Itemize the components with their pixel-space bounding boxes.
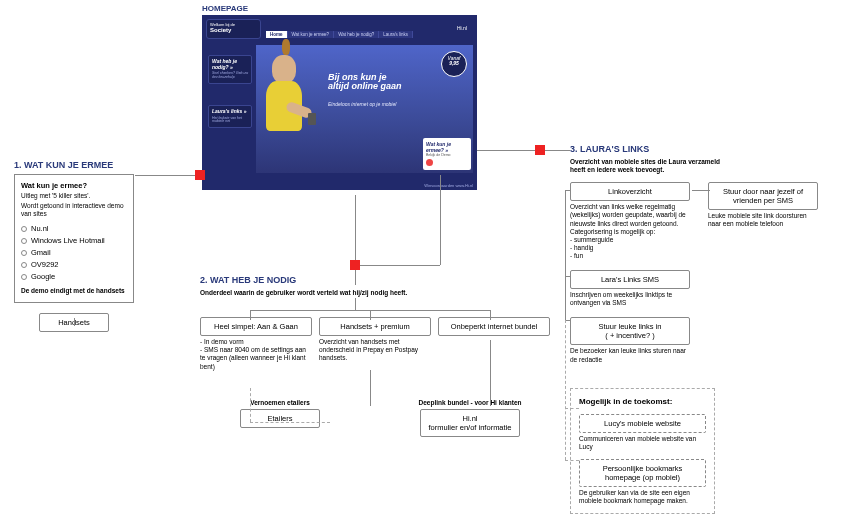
logo[interactable]: Welkom bij de Society (206, 19, 261, 39)
connector-node (350, 260, 360, 270)
connector (74, 318, 75, 326)
connector (370, 370, 371, 406)
popup-sub: Bekijk de Demo (426, 153, 468, 157)
homepage-mockup: Welkom bij de Society Home Wat kun je er… (202, 15, 477, 190)
connector (565, 276, 571, 277)
connector (250, 388, 251, 422)
sidebox-laura[interactable]: Laura's links » Het leukste van het mobi… (208, 105, 252, 128)
price-badge: Vanaf 9,95 (441, 51, 467, 77)
sub-left-label: Vernoemen etailers (225, 399, 335, 406)
radio-icon (21, 262, 27, 268)
sec1-list: Nu.nl Windows Live Hotmail Gmail OV9292 … (21, 224, 127, 281)
list-item[interactable]: Nu.nl (21, 224, 127, 233)
future2-desc: De gebruiker kan via de site een eigen m… (579, 489, 706, 505)
sec3-sub: Overzicht van mobiele sites die Laura ve… (570, 158, 730, 174)
section-1: 1. WAT KUN JE ERMEE Wat kun je ermee? Ui… (14, 160, 134, 332)
connector (565, 320, 566, 460)
list-item[interactable]: Gmail (21, 248, 127, 257)
section-2-title: 2. WAT HEB JE NODIG (200, 275, 550, 285)
sec2-sub: Onderdeel waarin de gebruiker wordt vert… (200, 289, 420, 297)
hero-text: Bij ons kun je altijd online gaan (328, 73, 402, 92)
sec2-col3: Onbeperkt internet bundel (438, 317, 550, 371)
nav-wat-heb[interactable]: Wat heb je nodig? (334, 31, 379, 38)
homepage-label: HOMEPAGE (202, 4, 477, 13)
sidebox1-title: Wat heb je nodig? » (212, 59, 248, 70)
list-item[interactable]: OV9292 (21, 260, 127, 269)
col1-box[interactable]: Heel simpel: Aan & Gaan (200, 317, 312, 336)
homepage-header: Welkom bij de Society Home Wat kun je er… (206, 19, 473, 43)
homepage-footer: Winvoorwaarden www.Hi.nl (424, 183, 473, 188)
sec1-ending: De demo eindigt met de handsets (21, 287, 127, 295)
item-label: Gmail (31, 248, 51, 257)
connector (250, 422, 330, 423)
section-1-title: 1. WAT KUN JE ERMEE (14, 160, 134, 170)
stuur-links-box[interactable]: Stuur leuke links in ( + incentive? ) (570, 317, 690, 345)
connector (360, 265, 440, 266)
connector (545, 150, 570, 151)
connector (490, 310, 491, 320)
future1-desc: Communiceren van mobiele website van Luc… (579, 435, 706, 451)
sidebox2-sub: Het leukste van het mobiele net (212, 117, 248, 125)
sec1-heading: Wat kun je ermee? (21, 181, 127, 190)
connector (565, 408, 579, 409)
linkoverzicht-box[interactable]: Linkoverzicht (570, 182, 690, 201)
connector (477, 150, 535, 151)
col2-box[interactable]: Handsets + premium (319, 317, 431, 336)
popup-wat-kun[interactable]: Wat kun je ermee? » Bekijk de Demo (423, 138, 471, 170)
lucy-box[interactable]: Lucy's mobiele website (579, 414, 706, 433)
hi-nl-link[interactable]: Hi.nl (457, 25, 467, 31)
connector (565, 460, 579, 461)
connector-node (195, 170, 205, 180)
col2-desc: Overzicht van handsets met onderscheid i… (319, 338, 431, 362)
homepage-nav: Home Wat kun je ermee? Wat heb je nodig?… (266, 31, 413, 38)
box2-desc: Inschrijven om weekelijks linktips te on… (570, 291, 690, 307)
nav-wat-kun[interactable]: Wat kun je ermee? (288, 31, 335, 38)
connector (355, 195, 356, 260)
connector-node (535, 145, 545, 155)
radio-icon (21, 250, 27, 256)
hero-sub: Eindeloos internet op je mobiel (328, 101, 396, 107)
connector (565, 190, 566, 320)
connector (440, 175, 441, 265)
section-3-title: 3. LAURA'S LINKS (570, 144, 840, 154)
bookmarks-box[interactable]: Persoonlijke bookmarks homepage (op mobi… (579, 459, 706, 487)
sec2-sub-right: Deeplink bundel - voor Hi klanten Hi.nl … (415, 399, 525, 437)
stuur-door-box[interactable]: Stuur door naar jezelf of vrienden per S… (708, 182, 818, 210)
radio-icon (21, 238, 27, 244)
col1-desc: - In demo vorm - SMS naar 8040 om de set… (200, 338, 312, 371)
connector (370, 310, 371, 320)
future-title: Mogelijk in de toekomst: (579, 397, 706, 406)
sidebox2-title: Laura's links » (212, 109, 248, 115)
col3-box[interactable]: Onbeperkt internet bundel (438, 317, 550, 336)
section-2: 2. WAT HEB JE NODIG Onderdeel waarin de … (200, 275, 550, 437)
sidebox-wat-heb[interactable]: Wat heb je nodig? » Snel checken? Geb uw… (208, 55, 252, 84)
radio-icon (21, 274, 27, 280)
list-item[interactable]: Google (21, 272, 127, 281)
sec2-col2: Handsets + premium Overzicht van handset… (319, 317, 431, 371)
list-item[interactable]: Windows Live Hotmail (21, 236, 127, 245)
sec3-left: Linkoverzicht Overzicht van links welke … (570, 182, 690, 363)
laras-links-sms-box[interactable]: Lara's Links SMS (570, 270, 690, 289)
section-3: 3. LAURA'S LINKS Overzicht van mobiele s… (570, 144, 840, 514)
etailers-box[interactable]: Etailers (240, 409, 320, 428)
item-label: Windows Live Hotmail (31, 236, 105, 245)
box1-desc: Overzicht van links welke regelmatig (we… (570, 203, 690, 260)
sec2-sub-left: Vernoemen etailers Etailers (225, 399, 335, 437)
connector (565, 190, 571, 191)
hinl-box[interactable]: Hi.nl formulier en/of informatie (420, 409, 520, 437)
connector (355, 270, 356, 285)
price-val: 9,95 (442, 61, 466, 66)
phone-icon (308, 113, 316, 125)
play-icon[interactable] (426, 159, 433, 166)
hero-figure (256, 45, 316, 173)
nav-home[interactable]: Home (266, 31, 288, 38)
sec2-col1: Heel simpel: Aan & Gaan - In demo vorm -… (200, 317, 312, 371)
popup-title: Wat kun je ermee? » (426, 141, 468, 153)
connector (250, 310, 251, 320)
connector (692, 190, 710, 191)
item-label: Nu.nl (31, 224, 49, 233)
future-section: Mogelijk in de toekomst: Lucy's mobiele … (570, 388, 715, 515)
sec2-subrow: Vernoemen etailers Etailers Deeplink bun… (200, 399, 550, 437)
nav-laura[interactable]: Laura's links (379, 31, 413, 38)
sec1-sub2: Wordt getoond in interactieve demo van s… (21, 202, 127, 218)
